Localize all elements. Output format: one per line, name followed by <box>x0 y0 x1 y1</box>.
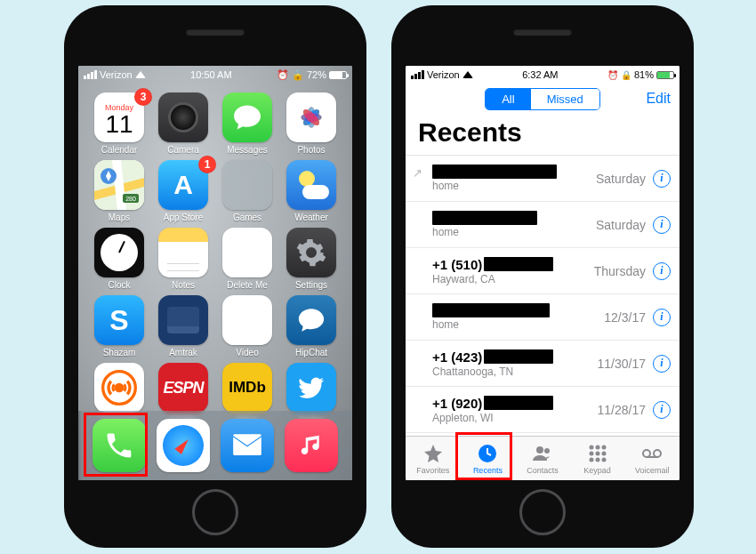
call-main: +1 (920)Appleton, WI <box>432 396 598 424</box>
recents-screen: Verizon 6:32 AM ⏰ 🔒 81% All Missed Edit <box>406 66 680 480</box>
call-date: 12/3/17 <box>604 310 646 325</box>
keypad-icon <box>586 442 609 465</box>
battery-icon <box>656 71 674 79</box>
svg-point-22 <box>601 452 606 456</box>
amtrak-icon <box>158 295 208 345</box>
app-shazam[interactable]: Shazam <box>91 295 148 357</box>
imdb-icon: IMDb <box>222 363 272 413</box>
lock-icon: 🔒 <box>292 69 304 81</box>
svg-point-24 <box>595 458 599 462</box>
app-notes[interactable]: Notes <box>155 228 212 290</box>
call-row[interactable]: homeSaturdayi <box>406 202 680 248</box>
call-main: +1 (510)Hayward, CA <box>432 257 594 285</box>
photos-icon <box>286 92 336 142</box>
app-clock[interactable]: Clock <box>91 228 148 290</box>
svg-point-25 <box>601 458 606 462</box>
dock-mail[interactable] <box>221 419 274 472</box>
info-icon[interactable]: i <box>653 262 671 280</box>
app-maps[interactable]: 280 Maps <box>91 160 148 222</box>
info-icon[interactable]: i <box>653 401 671 419</box>
call-row[interactable]: +1 (920)Appleton, WI11/27/17i <box>406 433 680 436</box>
redacted-name <box>484 396 553 410</box>
redacted-name <box>432 211 537 225</box>
call-source: Hayward, CA <box>432 273 594 285</box>
dock-safari[interactable] <box>157 419 210 472</box>
call-row[interactable]: +1 (423)Chattanooga, TN11/30/17i <box>406 341 680 387</box>
info-icon[interactable]: i <box>653 216 671 234</box>
status-bar: Verizon 10:50 AM ⏰ 🔒 72% <box>78 66 352 84</box>
folder-deleteme[interactable]: Delete Me <box>219 228 276 290</box>
wifi-icon <box>462 71 473 78</box>
svg-point-18 <box>595 446 599 450</box>
app-hipchat[interactable]: HipChat <box>283 295 340 357</box>
call-list[interactable]: ↗homeSaturdayihomeSaturdayi+1 (510)Haywa… <box>406 156 680 436</box>
svg-point-13 <box>116 384 122 390</box>
svg-point-26 <box>643 450 650 457</box>
edit-button[interactable]: Edit <box>646 91 671 107</box>
call-date: 11/28/17 <box>598 403 647 417</box>
folder-video[interactable]: Video <box>219 295 276 357</box>
info-icon[interactable]: i <box>653 170 671 188</box>
segment-all[interactable]: All <box>486 89 530 109</box>
call-row[interactable]: +1 (510)Hayward, CAThursdayi <box>406 248 680 294</box>
folder-icon <box>222 228 272 277</box>
home-button[interactable] <box>192 489 238 535</box>
app-amtrak[interactable]: Amtrak <box>155 295 212 357</box>
app-settings[interactable]: Settings <box>283 228 340 290</box>
app-messages[interactable]: Messages <box>219 92 276 155</box>
call-row[interactable]: +1 (920)Appleton, WI11/28/17i <box>406 387 680 433</box>
tab-favorites[interactable]: Favorites <box>406 442 461 475</box>
info-icon[interactable]: i <box>653 309 671 326</box>
tab-voicemail[interactable]: Voicemail <box>624 442 680 475</box>
app-calendar[interactable]: Monday 11 3 Calendar <box>91 92 148 155</box>
battery-icon <box>329 71 347 79</box>
call-name: +1 (510) <box>432 257 594 272</box>
app-weather[interactable]: Weather <box>283 160 340 222</box>
folder-icon <box>222 295 272 345</box>
segmented-control: All Missed <box>485 88 600 110</box>
call-date: Thursday <box>594 264 646 278</box>
app-appstore[interactable]: 1 App Store <box>155 160 212 222</box>
tab-keypad[interactable]: Keypad <box>570 442 625 475</box>
carrier-label: Verizon <box>100 69 133 80</box>
svg-point-20 <box>589 452 593 456</box>
highlight-recents-tab <box>455 432 512 480</box>
battery-percent: 81% <box>634 69 654 80</box>
call-name: +1 (920) <box>432 396 598 411</box>
segment-missed[interactable]: Missed <box>531 89 599 109</box>
speaker-grille <box>513 28 572 36</box>
svg-point-23 <box>589 458 593 462</box>
status-bar: Verizon 6:32 AM ⏰ 🔒 81% <box>406 66 680 84</box>
call-main: home <box>432 211 596 238</box>
info-icon[interactable]: i <box>653 355 671 373</box>
home-button[interactable] <box>519 489 566 535</box>
call-source: home <box>432 318 604 331</box>
overcast-icon <box>94 363 144 413</box>
status-time: 10:50 AM <box>190 69 231 80</box>
wifi-icon <box>135 71 146 78</box>
svg-point-19 <box>601 446 606 450</box>
alarm-icon: ⏰ <box>277 69 289 81</box>
tab-contacts[interactable]: Contacts <box>515 442 570 475</box>
app-grid: Monday 11 3 Calendar Camera Messages <box>78 87 352 425</box>
signal-icon <box>84 70 97 79</box>
espn-icon: ESPN <box>158 363 208 413</box>
status-time: 6:32 AM <box>522 69 558 80</box>
redacted-name <box>484 349 553 364</box>
call-name: +1 (423) <box>432 349 598 365</box>
messages-icon <box>222 92 272 142</box>
speaker-grille <box>186 28 245 36</box>
dock-music[interactable] <box>285 419 338 472</box>
iphone-left: Verizon 10:50 AM ⏰ 🔒 72% Monday 11 3 Cal… <box>64 5 366 548</box>
maps-icon: 280 <box>94 160 144 210</box>
battery-percent: 72% <box>307 69 326 80</box>
call-main: home <box>432 303 604 331</box>
call-row[interactable]: home12/3/17i <box>406 294 680 341</box>
badge: 1 <box>198 156 216 173</box>
folder-games[interactable]: Games <box>219 160 276 222</box>
app-photos[interactable]: Photos <box>283 92 340 155</box>
app-camera[interactable]: Camera <box>155 92 212 155</box>
weather-icon <box>286 160 336 210</box>
call-row[interactable]: ↗homeSaturdayi <box>406 156 680 202</box>
camera-icon <box>158 92 208 142</box>
